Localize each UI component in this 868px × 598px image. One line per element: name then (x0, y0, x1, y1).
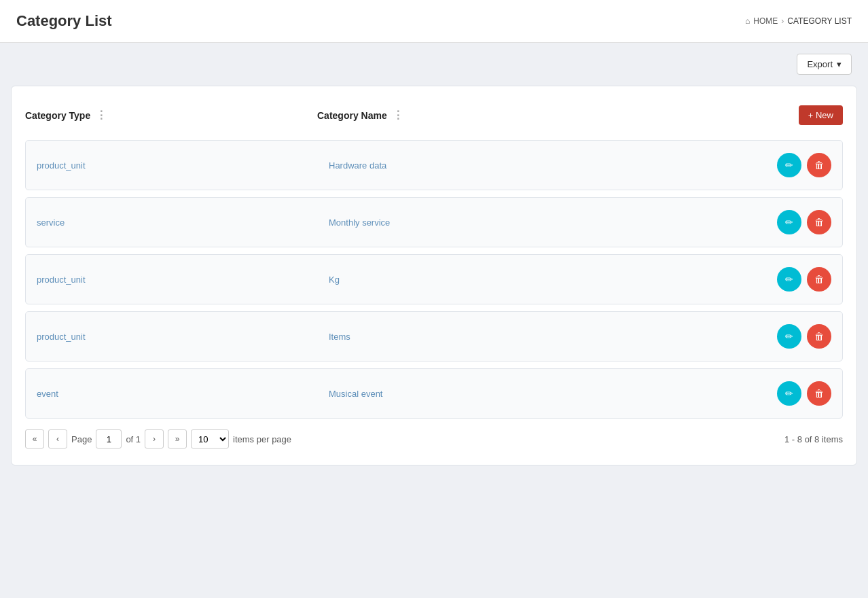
table-row: product_unit Items ✏ 🗑 (25, 311, 843, 362)
row-type: product_unit (37, 275, 329, 285)
edit-button[interactable]: ✏ (777, 267, 801, 292)
row-actions: ✏ 🗑 (763, 381, 831, 406)
page-label: Page (71, 434, 92, 444)
trash-icon: 🗑 (814, 217, 824, 228)
last-page-button[interactable]: » (168, 429, 187, 448)
trash-icon: 🗑 (814, 274, 824, 285)
export-button[interactable]: Export ▾ (797, 54, 852, 75)
col-type-header: Category Type ⋮ (25, 109, 317, 122)
toolbar-area: Export ▾ (0, 43, 868, 86)
col-name-sort-icon[interactable]: ⋮ (393, 109, 403, 122)
row-name: Monthly service (329, 217, 763, 228)
breadcrumb-separator: › (781, 16, 784, 26)
delete-button[interactable]: 🗑 (807, 324, 831, 349)
page-input[interactable] (96, 429, 122, 448)
row-name: Musical event (329, 389, 763, 399)
delete-button[interactable]: 🗑 (807, 153, 831, 177)
of-label: of 1 (126, 434, 141, 444)
edit-button[interactable]: ✏ (777, 381, 801, 406)
edit-button[interactable]: ✏ (777, 210, 801, 234)
pagination-area: « ‹ Page of 1 › » 102550100 items per pa… (25, 419, 843, 451)
table-header: Category Type ⋮ Category Name ⋮ + New (25, 100, 843, 133)
pagination-left: « ‹ Page of 1 › » 102550100 items per pa… (25, 429, 291, 448)
edit-icon: ✏ (785, 274, 793, 285)
row-type: event (37, 389, 329, 399)
prev-page-button[interactable]: ‹ (48, 429, 67, 448)
row-actions: ✏ 🗑 (763, 324, 831, 349)
col-name-label: Category Name (317, 110, 387, 121)
header-bar: Category List ⌂ HOME › CATEGORY LIST (0, 0, 868, 43)
table-row: service Monthly service ✏ 🗑 (25, 197, 843, 247)
row-type: product_unit (37, 332, 329, 342)
row-actions: ✏ 🗑 (763, 210, 831, 234)
edit-button[interactable]: ✏ (777, 153, 801, 177)
row-name: Kg (329, 275, 763, 285)
delete-button[interactable]: 🗑 (807, 267, 831, 292)
edit-icon: ✏ (785, 160, 793, 171)
row-name: Hardware data (329, 160, 763, 171)
rows-container: product_unit Hardware data ✏ 🗑 service M… (25, 140, 843, 419)
trash-icon: 🗑 (814, 388, 824, 399)
new-button[interactable]: + New (799, 105, 843, 125)
col-type-label: Category Type (25, 110, 90, 121)
breadcrumb: ⌂ HOME › CATEGORY LIST (745, 16, 852, 26)
edit-icon: ✏ (785, 388, 793, 399)
edit-icon: ✏ (785, 331, 793, 342)
row-name: Items (329, 332, 763, 342)
pagination-summary: 1 - 8 of 8 items (784, 434, 843, 444)
table-row: product_unit Kg ✏ 🗑 (25, 254, 843, 304)
next-page-button[interactable]: › (145, 429, 164, 448)
row-type: product_unit (37, 160, 329, 171)
breadcrumb-home[interactable]: HOME (753, 16, 778, 26)
col-actions-header: + New (775, 105, 843, 125)
col-type-sort-icon[interactable]: ⋮ (96, 109, 107, 122)
first-page-button[interactable]: « (25, 429, 44, 448)
dropdown-arrow-icon: ▾ (837, 59, 842, 69)
export-label: Export (807, 59, 833, 69)
trash-icon: 🗑 (814, 331, 824, 342)
items-per-page-select[interactable]: 102550100 (191, 429, 229, 448)
table-row: event Musical event ✏ 🗑 (25, 368, 843, 419)
delete-button[interactable]: 🗑 (807, 210, 831, 234)
delete-button[interactable]: 🗑 (807, 381, 831, 406)
row-type: service (37, 217, 329, 228)
items-per-page-label: items per page (233, 434, 291, 444)
page-title: Category List (16, 12, 112, 30)
row-actions: ✏ 🗑 (763, 153, 831, 177)
main-card: Category Type ⋮ Category Name ⋮ + New pr… (11, 86, 857, 465)
edit-button[interactable]: ✏ (777, 324, 801, 349)
trash-icon: 🗑 (814, 160, 824, 171)
col-name-header: Category Name ⋮ (317, 109, 775, 122)
new-button-label: + New (808, 110, 833, 120)
breadcrumb-current: CATEGORY LIST (787, 16, 852, 26)
table-row: product_unit Hardware data ✏ 🗑 (25, 140, 843, 190)
home-icon: ⌂ (745, 16, 750, 26)
row-actions: ✏ 🗑 (763, 267, 831, 292)
edit-icon: ✏ (785, 217, 793, 228)
